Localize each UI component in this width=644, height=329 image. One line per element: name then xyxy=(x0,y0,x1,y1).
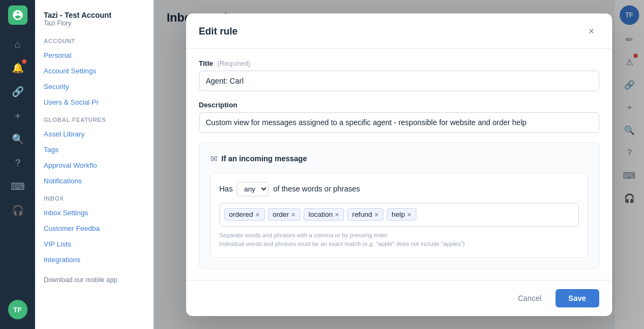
hint-line1: Separate words and phrases with a comma … xyxy=(220,231,579,240)
sidebar-item-help[interactable]: ？ xyxy=(7,152,29,174)
has-label: Has xyxy=(220,184,233,193)
tag-label: order xyxy=(273,210,289,218)
download-mobile-app[interactable]: Download our mobile app xyxy=(44,276,145,284)
tag-label: refund xyxy=(352,210,372,218)
sidebar-item-notifications[interactable]: 🔔 xyxy=(7,57,29,79)
condition-title: If an incoming message xyxy=(222,154,307,163)
nav-account-settings[interactable]: Account Settings xyxy=(35,63,153,79)
notification-badge xyxy=(22,59,26,64)
sidebar-item-links[interactable]: 🔗 xyxy=(7,81,29,102)
nav-vip-lists[interactable]: VIP Lists xyxy=(35,236,153,252)
description-label: Description xyxy=(199,101,599,109)
tag-label: help xyxy=(392,210,405,218)
description-form-group: Description xyxy=(199,101,599,133)
tag-ordered-remove[interactable]: × xyxy=(255,211,259,218)
title-input[interactable] xyxy=(199,71,599,91)
tag-help-remove[interactable]: × xyxy=(407,211,412,218)
tag-help: help × xyxy=(387,208,416,221)
right-area: Inbox Settings Configure create new rule… xyxy=(154,0,644,329)
account-header: Tazi - Test Account Tazi Flory xyxy=(35,9,153,31)
sidebar-logo xyxy=(8,5,28,25)
modal-close-button[interactable]: × xyxy=(584,24,599,39)
modal-header: Edit rule × xyxy=(186,13,612,49)
left-panel: Tazi - Test Account Tazi Flory Account P… xyxy=(35,0,154,329)
sidebar-item-add[interactable]: ＋ xyxy=(7,105,29,126)
modal-backdrop: Edit rule × Title (Required) Description xyxy=(154,0,644,329)
tag-order: order × xyxy=(268,208,301,221)
sidebar-item-headset[interactable]: 🎧 xyxy=(7,200,29,221)
section-label-global: Global Features xyxy=(35,110,153,126)
nav-asset-library[interactable]: Asset Library xyxy=(35,126,153,142)
nav-integrations[interactable]: Integrations xyxy=(35,252,153,268)
description-input[interactable] xyxy=(199,112,599,133)
hint-line2: Individual words and phrases must be an … xyxy=(220,239,579,249)
title-required: (Required) xyxy=(217,59,250,67)
hint-text: Separate words and phrases with a comma … xyxy=(220,231,579,249)
nav-inbox-settings[interactable]: Inbox Settings xyxy=(35,205,153,221)
tag-refund: refund × xyxy=(347,208,383,221)
nav-security[interactable]: Security xyxy=(35,79,153,94)
nav-approval-workflow[interactable]: Approval Workflo xyxy=(35,157,153,173)
save-button[interactable]: Save xyxy=(556,289,599,307)
section-label-account: Account xyxy=(35,31,153,47)
nav-customer-feedback[interactable]: Customer Feedba xyxy=(35,221,153,236)
modal-footer: Cancel Save xyxy=(186,280,612,316)
title-label: Title (Required) xyxy=(199,59,599,67)
of-these-label: of these words or phrases xyxy=(273,184,360,193)
tag-refund-remove[interactable]: × xyxy=(374,211,379,218)
condition-header: ✉ If an incoming message xyxy=(210,154,588,164)
tag-order-remove[interactable]: × xyxy=(291,211,296,218)
nav-notifications[interactable]: Notifications xyxy=(35,173,153,189)
account-sub: Tazi Flory xyxy=(44,19,145,27)
tag-label: location xyxy=(309,210,333,218)
inner-condition: Has any of these words or phrases ordere… xyxy=(210,173,588,258)
tags-input[interactable]: ordered × order × location × xyxy=(220,203,579,227)
envelope-icon: ✉ xyxy=(210,154,217,164)
sidebar-avatar[interactable]: TF xyxy=(8,300,28,319)
nav-users-social[interactable]: Users & Social Pr xyxy=(35,94,153,110)
condition-box: ✉ If an incoming message Has any of thes… xyxy=(199,142,599,269)
section-label-inbox: Inbox xyxy=(35,189,153,205)
words-row: Has any of these words or phrases xyxy=(220,182,579,196)
nav-personal[interactable]: Personal xyxy=(35,47,153,63)
any-select[interactable]: any xyxy=(237,182,269,196)
account-name: Tazi - Test Account xyxy=(44,11,145,19)
tag-location: location × xyxy=(304,208,344,221)
cancel-button[interactable]: Cancel xyxy=(509,289,550,307)
edit-rule-modal: Edit rule × Title (Required) Description xyxy=(186,13,612,316)
sidebar-item-search[interactable]: 🔍 xyxy=(7,128,29,150)
title-form-group: Title (Required) xyxy=(199,59,599,91)
tag-ordered: ordered × xyxy=(224,208,265,221)
sidebar-item-keyboard[interactable]: ⌨ xyxy=(7,176,29,197)
modal-title: Edit rule xyxy=(199,26,238,37)
tag-location-remove[interactable]: × xyxy=(335,211,339,218)
main-sidebar: ⌂ 🔔 🔗 ＋ 🔍 ？ ⌨ 🎧 TF xyxy=(0,0,35,329)
sidebar-item-home[interactable]: ⌂ xyxy=(7,33,29,55)
nav-tags[interactable]: Tags xyxy=(35,142,153,157)
modal-body: Title (Required) Description ✉ If an inc… xyxy=(186,49,612,280)
tag-label: ordered xyxy=(229,210,254,218)
